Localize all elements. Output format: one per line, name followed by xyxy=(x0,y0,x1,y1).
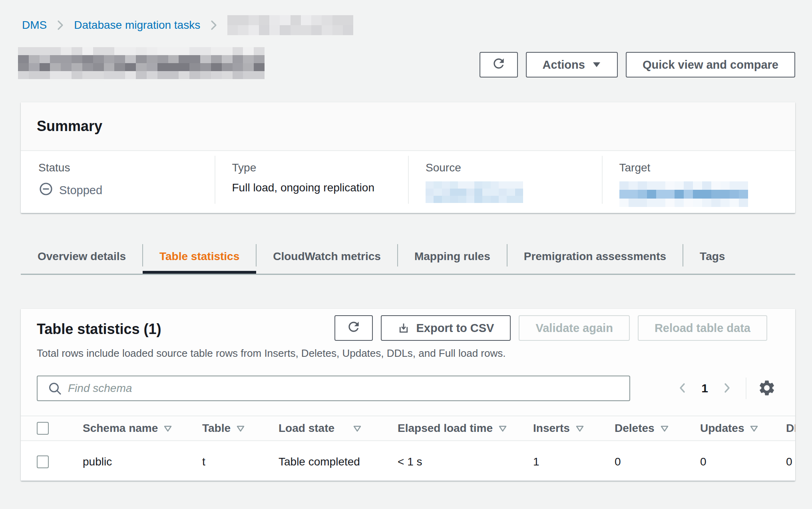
sort-icon[interactable] xyxy=(660,425,669,432)
table-header-row: Schema name Table Load state Elapsed loa… xyxy=(21,416,795,441)
cell-deletes: 0 xyxy=(599,455,684,468)
row-select-cell xyxy=(21,455,67,468)
breadcrumb: DMS Database migration tasks xyxy=(22,15,353,35)
tab-table-statistics[interactable]: Table statistics xyxy=(143,239,256,274)
cell-elapsed-load-time: < 1 s xyxy=(382,455,517,468)
refresh-icon xyxy=(491,56,506,74)
source-link-redacted[interactable] xyxy=(426,181,523,203)
tab-overview-details[interactable]: Overview details xyxy=(21,239,143,274)
column-label: Inserts xyxy=(533,422,570,435)
breadcrumb-current-redacted xyxy=(227,15,353,35)
page-title-redacted xyxy=(18,47,265,79)
summary-field-source: Source xyxy=(408,151,602,213)
table-statistics-header: Table statistics (1) Export to CSV Valid… xyxy=(21,309,795,341)
refresh-button[interactable] xyxy=(480,52,518,78)
tabs-baseline xyxy=(21,274,795,275)
sort-icon[interactable] xyxy=(353,425,362,432)
tab-label: Tags xyxy=(700,250,725,263)
type-label: Type xyxy=(232,161,400,174)
stopped-circle-minus-icon xyxy=(38,181,54,199)
table-statistics-card: Table statistics (1) Export to CSV Valid… xyxy=(21,308,795,481)
validate-label: Validate again xyxy=(535,322,613,335)
table-filter-row: 1 xyxy=(21,376,795,401)
summary-field-target: Target xyxy=(602,151,796,213)
table-row[interactable]: public t Table completed < 1 s 1 0 0 0 xyxy=(21,441,795,481)
target-link-redacted[interactable] xyxy=(619,181,748,207)
column-label: Table xyxy=(202,422,231,435)
column-header-deletes[interactable]: Deletes xyxy=(599,422,684,435)
summary-field-status: Status Stopped xyxy=(21,151,215,213)
table-refresh-button[interactable] xyxy=(334,315,373,341)
refresh-icon xyxy=(346,319,361,337)
tab-mapping-rules[interactable]: Mapping rules xyxy=(398,239,507,274)
table-statistics-title: Table statistics (1) xyxy=(37,321,161,338)
cell-schema-name: public xyxy=(67,455,186,468)
next-page-button[interactable] xyxy=(722,382,732,396)
summary-card-header: Summary xyxy=(21,102,795,151)
export-label: Export to CSV xyxy=(416,322,494,335)
column-header-table[interactable]: Table xyxy=(186,422,263,435)
column-label: Load state xyxy=(279,422,334,435)
export-to-csv-button[interactable]: Export to CSV xyxy=(381,315,511,341)
cell-updates: 0 xyxy=(684,455,770,468)
schema-search xyxy=(37,376,630,401)
summary-card: Summary Status Stopped Type Full load, o… xyxy=(21,102,795,213)
quick-view-label: Quick view and compare xyxy=(643,58,778,72)
sort-icon[interactable] xyxy=(750,425,758,432)
actions-button-label: Actions xyxy=(543,58,585,72)
tab-list: Overview details Table statistics CloudW… xyxy=(21,239,795,274)
tab-label: Mapping rules xyxy=(414,250,490,263)
download-icon xyxy=(398,322,410,334)
find-schema-input[interactable] xyxy=(37,376,630,401)
previous-page-button[interactable] xyxy=(677,382,687,396)
reload-table-data-button[interactable]: Reload table data xyxy=(638,315,767,341)
column-header-ddls[interactable]: DDLs xyxy=(770,422,795,435)
summary-field-type: Type Full load, ongoing replication xyxy=(215,151,408,213)
tab-label: CloudWatch metrics xyxy=(273,250,381,263)
breadcrumb-link-tasks[interactable]: Database migration tasks xyxy=(74,19,200,32)
reload-label: Reload table data xyxy=(655,322,750,335)
pagination-divider xyxy=(746,378,746,399)
column-label: DDLs xyxy=(786,422,795,435)
tab-premigration-assessments[interactable]: Premigration assessments xyxy=(507,239,683,274)
row-checkbox[interactable] xyxy=(37,455,49,468)
gear-icon xyxy=(758,379,776,398)
cell-inserts: 1 xyxy=(517,455,599,468)
task-detail-tabs: Overview details Table statistics CloudW… xyxy=(21,239,795,275)
breadcrumb-link-dms[interactable]: DMS xyxy=(22,19,47,32)
current-page-number[interactable]: 1 xyxy=(701,382,708,395)
page-header-actions: Actions Quick view and compare xyxy=(480,52,795,78)
tab-label: Overview details xyxy=(38,250,126,263)
column-header-inserts[interactable]: Inserts xyxy=(517,422,599,435)
select-all-cell xyxy=(21,422,67,435)
quick-view-and-compare-button[interactable]: Quick view and compare xyxy=(626,52,795,78)
status-label: Status xyxy=(38,161,207,174)
chevron-left-icon xyxy=(677,382,687,396)
tab-label: Table statistics xyxy=(159,250,239,263)
column-label: Updates xyxy=(700,422,744,435)
validate-again-button[interactable]: Validate again xyxy=(519,315,629,341)
cell-table: t xyxy=(186,455,263,468)
column-header-elapsed-load-time[interactable]: Elapsed load time xyxy=(382,422,517,435)
sort-icon[interactable] xyxy=(498,425,507,432)
column-header-load-state[interactable]: Load state xyxy=(263,422,382,435)
sort-icon[interactable] xyxy=(575,425,584,432)
tab-tags[interactable]: Tags xyxy=(683,239,742,274)
sort-icon[interactable] xyxy=(163,425,172,432)
column-header-updates[interactable]: Updates xyxy=(684,422,770,435)
tab-cloudwatch-metrics[interactable]: CloudWatch metrics xyxy=(256,239,398,274)
actions-button[interactable]: Actions xyxy=(526,52,618,78)
table-statistics-buttons: Export to CSV Validate again Reload tabl… xyxy=(334,315,767,341)
select-all-checkbox[interactable] xyxy=(37,422,49,435)
column-label: Deletes xyxy=(615,422,655,435)
breadcrumb-chevron-icon xyxy=(210,19,218,31)
type-value: Full load, ongoing replication xyxy=(232,181,400,194)
cell-load-state: Table completed xyxy=(263,455,382,468)
table-statistics-table: Schema name Table Load state Elapsed loa… xyxy=(21,416,795,481)
summary-fields: Status Stopped Type Full load, ongoing r… xyxy=(21,151,795,213)
table-preferences-button[interactable] xyxy=(758,379,776,398)
sort-icon[interactable] xyxy=(236,425,245,432)
column-header-schema-name[interactable]: Schema name xyxy=(67,422,186,435)
status-text: Stopped xyxy=(59,184,102,197)
chevron-right-icon xyxy=(722,382,732,396)
